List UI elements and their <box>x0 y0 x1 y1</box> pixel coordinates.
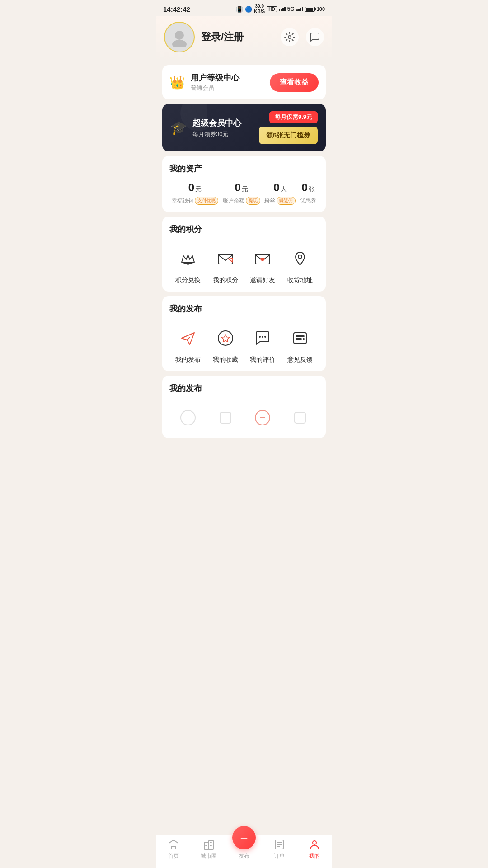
shipping-address-label: 收货地址 <box>287 276 313 284</box>
message-button[interactable] <box>306 28 324 46</box>
publish-grid: 我的发布 我的收藏 <box>169 321 319 364</box>
nav-publish-center: ＋ 发布 <box>226 835 262 860</box>
svg-point-11 <box>264 336 266 338</box>
my-points-item[interactable]: 我的积分 <box>212 245 239 284</box>
level-center-card: 👑 用户等级中心 普通会员 查看收益 <box>162 65 326 99</box>
avatar[interactable] <box>164 22 195 52</box>
nav-order[interactable]: 订单 <box>262 839 297 860</box>
assets-title: 我的资产 <box>169 163 319 174</box>
nav-mine-label: 我的 <box>309 852 320 860</box>
my-publish-card-2: 我的发布 <box>162 376 326 438</box>
fans-label: 粉丝 赚返佣 <box>264 197 296 205</box>
status-time: 14:42:42 <box>163 5 190 13</box>
profile-left[interactable]: 登录/注册 <box>164 22 244 52</box>
header-actions <box>281 28 324 46</box>
status-icons: 📳 🔵 39.0KB/S HD 5G 100 <box>236 4 325 14</box>
my-publish-card: 我的发布 我的发布 我的收藏 <box>162 296 326 371</box>
crown-points-icon <box>175 245 201 272</box>
vip-price-tag: 每月仅需9.9元 <box>269 111 318 123</box>
coupon-label: 优惠券 <box>300 197 316 204</box>
city-icon <box>203 839 215 850</box>
my-reviews-item[interactable]: 我的评价 <box>249 325 276 364</box>
shipping-address-item[interactable]: 收货地址 <box>287 245 313 284</box>
asset-fans[interactable]: 0 人 粉丝 赚返佣 <box>264 181 296 205</box>
invite-friends-item[interactable]: 邀请好友 <box>249 245 276 284</box>
invite-friends-label: 邀请好友 <box>250 276 275 284</box>
network-type: 5G <box>287 6 295 12</box>
feedback-item[interactable]: 意见反馈 <box>287 325 313 364</box>
svg-rect-13 <box>296 335 305 337</box>
svg-point-32 <box>313 841 316 844</box>
nav-city[interactable]: 城市圈 <box>191 839 226 860</box>
nav-mine[interactable]: 我的 <box>297 839 332 860</box>
my-favorites-item[interactable]: 我的收藏 <box>212 325 239 364</box>
graduation-cap-icon: 🎓 <box>170 120 187 136</box>
my-reviews-label: 我的评价 <box>250 356 275 364</box>
vip-right: 每月仅需9.9元 领6张无门槛券 <box>259 111 318 144</box>
crown-icon: 👑 <box>169 75 185 90</box>
points-grid: 积分兑换 我的积分 <box>169 242 319 284</box>
gear-icon <box>284 32 295 42</box>
svg-point-1 <box>172 40 187 47</box>
fans-value: 0 人 <box>273 181 286 194</box>
svg-point-10 <box>262 336 263 338</box>
login-register-text[interactable]: 登录/注册 <box>201 30 244 44</box>
placeholder-icon-1 <box>175 405 201 431</box>
settings-button[interactable] <box>281 28 299 46</box>
icon-item-3[interactable] <box>249 405 276 431</box>
my-posts-label: 我的发布 <box>175 356 201 364</box>
plus-icon: ＋ <box>238 831 250 844</box>
vip-left: 🎓 超级会员中心 每月领券30元 <box>170 118 241 138</box>
vip-coupon-button[interactable]: 领6张无门槛券 <box>259 127 318 144</box>
nav-home-label: 首页 <box>168 852 179 860</box>
placeholder-icon-2 <box>212 405 239 431</box>
svg-point-4 <box>187 263 189 265</box>
battery-icon <box>305 7 315 12</box>
my-points-label: 我的积分 <box>213 276 238 284</box>
order-icon <box>273 839 285 850</box>
icon-item-2[interactable] <box>212 405 239 431</box>
envelope-heart-icon <box>249 245 276 272</box>
wallet-value: 0 元 <box>188 181 202 194</box>
points-card: 我的积分 积分兑换 <box>162 217 326 292</box>
speed-indicator: 39.0KB/S <box>254 4 265 14</box>
vibrate-icon: 📳 <box>236 6 243 13</box>
svg-rect-14 <box>296 338 302 340</box>
publish-grid-2 <box>169 401 319 431</box>
hd-badge: HD <box>267 6 277 12</box>
my-publish-title: 我的发布 <box>169 303 319 314</box>
bluetooth-icon: 🔵 <box>245 6 252 13</box>
points-title: 我的积分 <box>169 224 319 235</box>
view-income-button[interactable]: 查看收益 <box>270 73 319 92</box>
nav-city-label: 城市圈 <box>201 852 217 860</box>
signal-strength <box>279 7 286 11</box>
assets-grid: 0 元 幸福钱包 支付优惠 0 元 账户余额 提现 <box>169 181 319 205</box>
my-posts-item[interactable]: 我的发布 <box>175 325 201 364</box>
nav-publish-label: 发布 <box>239 852 249 860</box>
svg-rect-5 <box>218 254 233 264</box>
points-exchange-item[interactable]: 积分兑换 <box>175 245 201 284</box>
chat-icon <box>310 32 320 42</box>
asset-balance[interactable]: 0 元 账户余额 提现 <box>223 181 260 205</box>
level-subtitle: 普通会员 <box>191 84 239 92</box>
star-circle-icon <box>212 325 239 351</box>
svg-rect-20 <box>295 412 305 423</box>
battery-percent: 100 <box>317 6 325 12</box>
comment-icon <box>249 325 276 351</box>
svg-point-8 <box>218 331 233 345</box>
avatar-placeholder-icon <box>169 27 189 47</box>
publish-center-button[interactable]: ＋ <box>232 826 256 849</box>
vip-subtitle: 每月领券30元 <box>192 130 241 138</box>
nav-order-label: 订单 <box>274 852 285 860</box>
send-icon <box>175 325 201 351</box>
icon-item-4[interactable] <box>287 405 313 431</box>
nav-home[interactable]: 首页 <box>156 839 191 860</box>
my-publish-title-2: 我的发布 <box>169 383 319 394</box>
asset-wallet[interactable]: 0 元 幸福钱包 支付优惠 <box>172 181 218 205</box>
vip-banner[interactable]: 🎓 超级会员中心 每月领券30元 每月仅需9.9元 领6张无门槛券 <box>162 104 326 151</box>
vip-title: 超级会员中心 <box>192 118 241 128</box>
asset-coupon[interactable]: 0 张 优惠券 <box>300 181 316 204</box>
svg-point-16 <box>181 410 195 425</box>
icon-item-1[interactable] <box>175 405 201 431</box>
profile-header: 登录/注册 <box>156 16 332 61</box>
